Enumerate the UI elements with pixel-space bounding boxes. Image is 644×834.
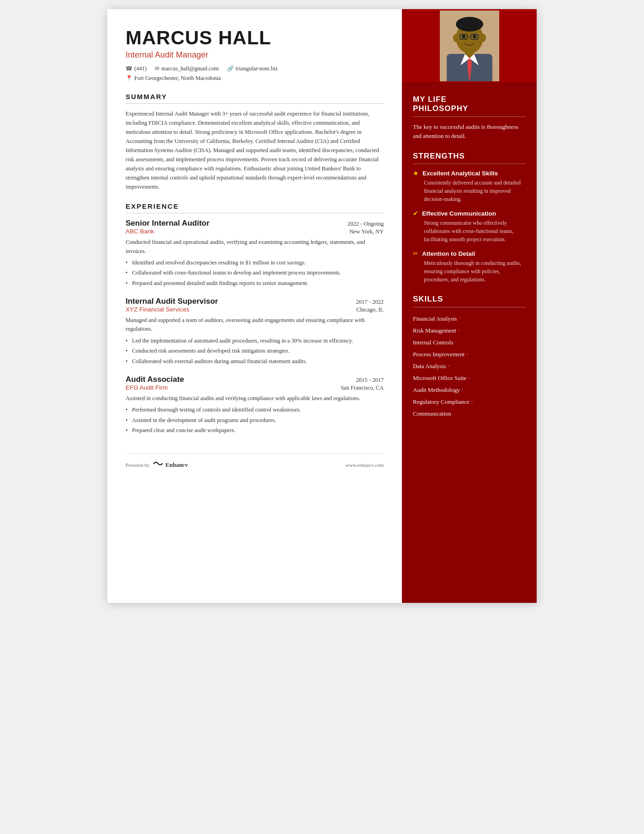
resume-container: MARCUS HALL Internal Audit Manager ☎ (44… [107,9,537,603]
contact-row: ☎ (441) ✉ marcus_hall@gmail.com 🔗 triang… [126,65,384,72]
summary-text: Experienced Internal Audit Manager with … [126,109,384,191]
list-item: Assisted in the development of audit pro… [126,416,384,425]
list-item: Data Analysis · [413,360,526,372]
strengths-title: STRENGTHS [413,152,526,161]
list-item: Financial Analysis · [413,313,526,325]
svg-point-6 [453,34,459,42]
strength-3: ✂ Attention to Detail Meticulously thoro… [413,250,526,284]
photo-area [402,9,537,82]
experience-divider [126,213,384,213]
list-item: Collaborated with cross-functional teams… [126,269,384,277]
enhancv-logo: Enhancv [153,460,188,470]
job-1-company-row: ABC Bank New York, NY [126,228,384,235]
experience-section: EXPERIENCE Senior Internal Auditor 2022 … [126,202,384,435]
list-item: Prepared clear and concise audit workpap… [126,426,384,435]
job-3-title: Audit Associate [126,375,184,384]
strength-2-desc: Strong communicator who effectively coll… [424,219,526,243]
job-1-desc: Conducted financial and operational audi… [126,238,384,256]
svg-point-11 [462,35,465,38]
job-1-header: Senior Internal Auditor 2022 - Ongoing [126,219,384,228]
job-1: Senior Internal Auditor 2022 - Ongoing A… [126,219,384,288]
strength-1: ★ Excellent Analytical Skills Consistent… [413,169,526,203]
job-2-location: Chicago, IL [356,306,384,313]
list-item: Identified and resolved discrepancies re… [126,259,384,267]
job-3-company: EFG Audit Firm [126,384,168,391]
location-icon: 📍 [126,75,132,82]
job-3-bullets: Performed thorough testing of controls a… [126,406,384,435]
scissors-icon: ✂ [413,250,418,258]
list-item: Conducted risk assessments and developed… [126,347,384,355]
job-3: Audit Associate 2015 - 2017 EFG Audit Fi… [126,375,384,435]
left-column: MARCUS HALL Internal Audit Manager ☎ (44… [107,9,402,603]
job-2-desc: Managed and supported a team of auditors… [126,316,384,334]
strength-1-title: Excellent Analytical Skills [422,170,498,177]
strength-3-desc: Meticulously thorough in conducting audi… [424,259,526,284]
job-2-bullets: Led the implementation of automated audi… [126,337,384,366]
website-contact: 🔗 triangular-note.biz [227,65,278,72]
job-1-location: New York, NY [349,228,384,235]
phone-icon: ☎ [126,65,132,72]
email-contact: ✉ marcus_hall@gmail.com [155,65,219,72]
svg-point-7 [480,34,486,42]
star-icon: ★ [413,169,419,177]
phone-number: (441) [134,65,147,72]
svg-point-12 [473,35,476,38]
philosophy-title: MY LIFE PHILOSOPHY [413,95,526,114]
check-icon: ✔ [413,210,418,217]
job-3-header: Audit Associate 2015 - 2017 [126,375,384,384]
philosophy-section: MY LIFE PHILOSOPHY The key to successful… [413,95,526,141]
logo-icon [153,460,163,470]
right-content: MY LIFE PHILOSOPHY The key to successful… [402,82,537,420]
footer-website: www.enhancv.com [346,462,384,468]
strength-2-title: Effective Communication [422,210,496,217]
list-item: Prepared and presented detailed audit fi… [126,279,384,288]
skill-dot: · [459,315,460,322]
summary-divider [126,103,384,104]
job-2-header: Internal Audit Supervisor 2017 - 2022 [126,297,384,306]
list-item: Risk Management · [413,325,526,337]
phone-contact: ☎ (441) [126,65,147,72]
footer-left: Powered by Enhancv [126,460,188,470]
job-2-title: Internal Audit Supervisor [126,297,218,306]
job-2-company: XYZ Financial Services [126,306,190,313]
strength-1-header: ★ Excellent Analytical Skills [413,169,526,177]
skills-list: Financial Analysis · Risk Management · I… [413,313,526,420]
brand-name: Enhancv [165,461,188,469]
list-item: Process Improvement · [413,348,526,360]
strength-3-title: Attention to Detail [422,250,475,258]
powered-by-label: Powered by [126,462,149,468]
candidate-title: Internal Audit Manager [126,50,384,60]
website-url: triangular-note.biz [236,65,278,72]
skills-divider [413,307,526,307]
skills-title: SKILLS [413,295,526,304]
strength-2-header: ✔ Effective Communication [413,210,526,217]
skill-dot: · [466,351,468,358]
list-item: Audit Methodology · [413,384,526,396]
candidate-name: MARCUS HALL [126,27,384,48]
email-icon: ✉ [155,65,159,72]
list-item: Communication [413,408,526,420]
job-3-company-row: EFG Audit Firm San Francisco, CA [126,384,384,391]
strengths-divider [413,164,526,164]
list-item: Performed thorough testing of controls a… [126,406,384,414]
job-1-bullets: Identified and resolved discrepancies re… [126,259,384,288]
job-3-dates: 2015 - 2017 [356,377,384,384]
link-icon: 🔗 [227,65,234,72]
skill-dot: · [471,398,473,406]
summary-section: SUMMARY Experienced Internal Audit Manag… [126,93,384,191]
list-item: Microsoft Office Suite · [413,372,526,384]
strength-1-desc: Consistently delivered accurate and deta… [424,179,526,203]
skill-dot: · [458,327,460,334]
philosophy-divider [413,116,526,117]
address-row: 📍 Fort Georgechester, North Macedonia [126,75,384,82]
job-2-company-row: XYZ Financial Services Chicago, IL [126,306,384,313]
job-3-desc: Assisted in conducting financial audits … [126,394,384,403]
philosophy-text: The key to successful audits is thorough… [413,122,526,141]
email-address: marcus_hall@gmail.com [161,65,219,72]
candidate-photo [440,11,499,81]
svg-point-5 [456,17,483,32]
experience-title: EXPERIENCE [126,202,384,210]
right-column: MY LIFE PHILOSOPHY The key to successful… [402,9,537,603]
address-text: Fort Georgechester, North Macedonia [134,75,221,82]
list-item: Led the implementation of automated audi… [126,337,384,345]
